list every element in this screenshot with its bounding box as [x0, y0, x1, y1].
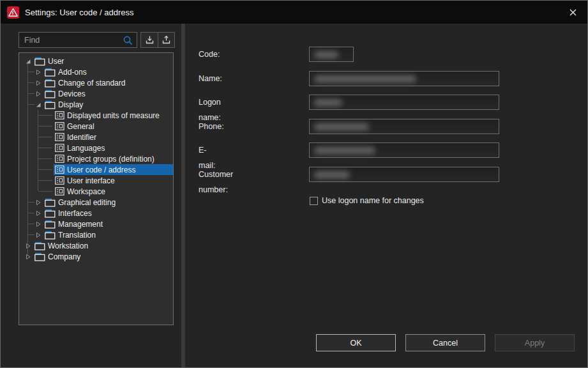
- customer-number-label: Customer number:: [199, 167, 233, 197]
- tree-guide-line: [27, 164, 28, 175]
- find-input[interactable]: [19, 33, 137, 47]
- tree-item-label: Displayed units of measure: [67, 111, 163, 120]
- tree-guide-line: [27, 186, 28, 197]
- tree-item-label: Display: [58, 100, 87, 109]
- tree-guide-stub: [38, 191, 52, 192]
- tree-guide-stub: [38, 169, 52, 170]
- expander-collapsed-icon[interactable]: [34, 208, 43, 218]
- expander-collapsed-icon[interactable]: [34, 218, 43, 229]
- tree-item-displayed-units-of-measure[interactable]: Displayed units of measure: [19, 110, 173, 121]
- tree-item-content: Graphical editing: [43, 197, 173, 208]
- cancel-button[interactable]: Cancel: [405, 334, 485, 351]
- tree-item-label: Devices: [58, 89, 89, 98]
- tree-item-label: Workstation: [48, 241, 92, 250]
- settings-page-icon: [55, 176, 64, 185]
- redacted-value: [314, 99, 342, 106]
- tree-item-management[interactable]: Management: [19, 218, 173, 229]
- tree-item-content: Devices: [43, 88, 173, 99]
- settings-page-icon: [55, 144, 64, 152]
- folder-icon: [45, 231, 56, 240]
- tree-guide-line: [27, 110, 28, 121]
- tree-item-add-ons[interactable]: Add-ons: [19, 66, 173, 77]
- expander-collapsed-icon[interactable]: [34, 66, 43, 77]
- tree-item-interfaces[interactable]: Interfaces: [19, 208, 173, 218]
- ok-button[interactable]: OK: [316, 334, 396, 351]
- tree-guide-line: [27, 153, 28, 164]
- tree-item-content: Interfaces: [43, 208, 173, 218]
- tree-item-content: User interface: [54, 175, 173, 186]
- expander-collapsed-icon[interactable]: [34, 229, 43, 240]
- tree-item-label: Project groups (definition): [67, 155, 158, 164]
- tree-item-content: Company: [33, 251, 173, 262]
- panel-splitter[interactable]: [181, 24, 185, 368]
- customer-number-input[interactable]: [309, 167, 499, 182]
- folder-icon: [34, 252, 45, 261]
- expander-collapsed-icon[interactable]: [24, 240, 33, 251]
- tree-item-label: Languages: [67, 144, 109, 153]
- tree-item-languages[interactable]: Languages: [19, 142, 173, 153]
- tree-item-content: Management: [43, 218, 173, 229]
- phone-input[interactable]: [309, 119, 499, 134]
- use-logon-name-label: Use logon name for changes: [322, 196, 424, 205]
- tree-item-company[interactable]: Company: [19, 251, 173, 262]
- tree-item-label: Identifier: [67, 133, 100, 142]
- tree-item-label: User interface: [67, 176, 119, 185]
- tree-item-user-code-address[interactable]: User code / address: [19, 164, 173, 175]
- tree-guide-line: [38, 186, 38, 191]
- tree-item-devices[interactable]: Devices: [19, 88, 173, 99]
- app-logo-icon: [7, 6, 19, 19]
- folder-icon: [45, 79, 56, 88]
- import-settings-button[interactable]: [141, 33, 158, 47]
- tree-item-graphical-editing[interactable]: Graphical editing: [19, 197, 173, 208]
- tree-item-content: User code / address: [54, 164, 173, 175]
- expander-collapsed-icon[interactable]: [34, 77, 43, 88]
- tree-item-content: Project groups (definition): [54, 153, 173, 164]
- tree-item-identifier[interactable]: Identifier: [19, 132, 173, 142]
- tree-item-workspace[interactable]: Workspace: [19, 186, 173, 197]
- tree-item-label: Translation: [58, 231, 100, 240]
- tree-item-content: Add-ons: [43, 66, 173, 77]
- tree-item-display[interactable]: Display: [19, 99, 173, 110]
- code-input[interactable]: [309, 47, 354, 62]
- export-settings-button[interactable]: [158, 33, 174, 47]
- import-icon: [145, 35, 155, 45]
- tree-item-project-groups-definition[interactable]: Project groups (definition): [19, 153, 173, 164]
- name-input[interactable]: [309, 71, 499, 86]
- redacted-value: [314, 171, 350, 178]
- redacted-value: [314, 123, 369, 130]
- tree-guide-stub: [38, 126, 52, 126]
- settings-page-icon: [55, 122, 64, 130]
- apply-button[interactable]: Apply: [495, 334, 575, 351]
- expander-collapsed-icon[interactable]: [34, 88, 43, 99]
- expander-collapsed-icon[interactable]: [34, 197, 43, 208]
- close-icon: [569, 9, 577, 16]
- expander-expanded-icon[interactable]: [34, 99, 43, 110]
- tree-item-change-of-standard[interactable]: Change of standard: [19, 77, 173, 88]
- settings-page-icon: [55, 187, 64, 195]
- use-logon-name-checkbox[interactable]: [310, 197, 318, 205]
- tree-item-user-interface[interactable]: User interface: [19, 175, 173, 186]
- expander-expanded-icon[interactable]: [24, 56, 33, 66]
- tree-guide-stub: [38, 158, 52, 159]
- tree-item-content: Languages: [54, 142, 173, 153]
- tree-item-content: Displayed units of measure: [54, 110, 173, 121]
- use-logon-name-row: Use logon name for changes: [310, 196, 424, 205]
- settings-page-icon: [55, 133, 64, 141]
- logon-name-input[interactable]: [309, 95, 499, 110]
- expander-collapsed-icon[interactable]: [24, 251, 33, 262]
- tree-item-user[interactable]: User: [19, 56, 173, 66]
- redacted-value: [314, 51, 338, 58]
- folder-icon: [34, 241, 45, 250]
- settings-tree: UserAdd-onsChange of standardDevicesDisp…: [19, 52, 174, 325]
- tree-item-general[interactable]: General: [19, 121, 173, 132]
- tree-item-label: Add-ons: [58, 68, 91, 77]
- folder-icon: [45, 220, 56, 229]
- redacted-value: [314, 75, 416, 82]
- email-input[interactable]: [309, 142, 499, 158]
- find-box: [19, 32, 137, 48]
- tree-item-workstation[interactable]: Workstation: [19, 240, 173, 251]
- close-button[interactable]: [558, 1, 587, 24]
- tree-item-label: User code / address: [67, 165, 139, 174]
- settings-page-icon: [55, 165, 64, 174]
- tree-item-translation[interactable]: Translation: [19, 229, 173, 240]
